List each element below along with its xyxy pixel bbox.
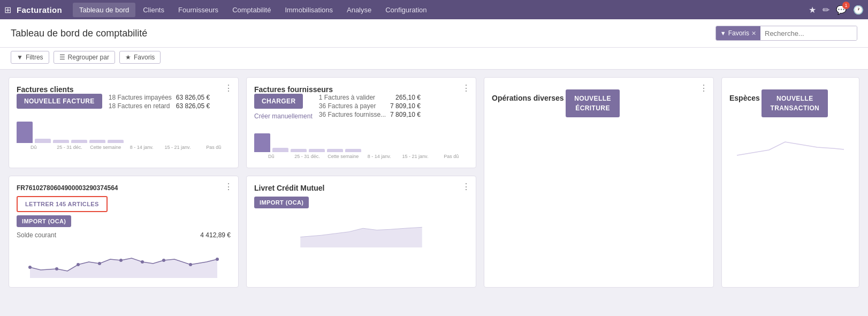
bank2-sparkline [254,213,468,247]
nav-item-fournisseurs[interactable]: Fournisseurs [172,3,225,17]
bank1-import-button[interactable]: IMPORT (OCA) [17,215,71,227]
bar-5 [89,140,105,143]
fchart-label-3: Cette semaine [326,154,360,159]
stat-label-1: 18 Factures impayées [109,94,172,101]
lettrer-button[interactable]: LETTRER 145 ARTICLES [17,196,108,212]
card-factures-clients: Factures clients ⋮ NOUVELLE FACTURE 18 F… [9,77,239,168]
chart-label-1: Dû [17,145,50,150]
solde-row: Solde courant 4 412,89 € [17,231,231,239]
nouvelle-ecriture-button[interactable]: NOUVELLE ÉCRITURE [566,89,620,117]
card-especes-title: Espèces [729,94,760,102]
favoris-button[interactable]: ★ Favoris [119,51,161,64]
fournisseur-stat-label-1: 1 Factures à valider [319,94,375,101]
filter-icon: ▼ [17,54,23,61]
svg-point-5 [119,259,123,262]
filter-tag: ▼ Favoris ✕ [716,26,760,40]
content-header: Tableau de bord de comptabilité ▼ Favori… [0,19,868,48]
fbar-6 [345,149,361,152]
card-especes: Espèces NOUVELLE TRANSACTION [721,77,859,288]
especes-chart [729,126,851,162]
charger-button[interactable]: CHARGER [254,94,303,109]
nav-item-tableau-de-bord[interactable]: Tableau de bord [73,3,135,17]
chat-badge: 1 [842,2,850,9]
clock-icon[interactable]: 🕐 [853,5,864,15]
bank2-import-button[interactable]: IMPORT (OCA) [254,197,309,208]
svg-point-9 [216,258,219,261]
factures-clients-chart: Dû 25 - 31 déc. Cette semaine 8 - 14 jan… [17,116,231,151]
bar-4 [71,140,87,143]
nav-item-analyse[interactable]: Analyse [340,3,378,17]
card-bank1-menu[interactable]: ⋮ [224,182,233,192]
especes-sparkline [729,126,851,161]
chart-label-3: Cette semaine [89,145,123,150]
bar-2 [35,139,51,143]
chat-icon[interactable]: 💬 1 [836,5,847,15]
nouvelle-transaction-button[interactable]: NOUVELLE TRANSACTION [762,89,828,117]
svg-point-3 [77,263,80,266]
solde-label: Solde courant [17,231,56,239]
card-factures-fournisseurs-menu[interactable]: ⋮ [462,83,470,93]
bar-1 [17,122,33,143]
card-factures-fournisseurs-title: Factures fournisseurs [254,85,333,94]
bar-3 [53,140,69,143]
card-factures-fournisseurs: Factures fournisseurs ⋮ CHARGER Créer ma… [246,77,476,168]
card-operations-title: Opérations diverses [492,94,564,102]
chart-label-5: 15 - 21 janv. [161,145,194,150]
search-input[interactable] [760,26,857,40]
stat-value-1: 63 826,05 € [176,94,210,101]
app-brand: Facturation [17,5,62,14]
fournisseur-stat-value-1: 265,10 € [395,94,421,101]
filter-tag-label: Favoris [728,29,749,37]
star-icon[interactable]: ★ [809,5,816,15]
card-bank2-title: Livret Crédit Mutuel [254,184,324,192]
group-icon: ☰ [59,54,65,61]
card-operations-menu[interactable]: ⋮ [699,83,708,93]
fournisseur-stat-value-3: 7 809,10 € [390,111,421,118]
nav-item-configuration[interactable]: Configuration [379,3,433,17]
card-bank1-title: FR76102780604900003290374564 [17,184,118,192]
fchart-label-1: Dû [254,154,288,159]
chart-label-4: 8 - 14 janv. [125,145,158,150]
bank1-sparkline [17,243,231,278]
fchart-label-4: 8 - 14 janv. [362,154,396,159]
star-icon: ★ [125,54,131,61]
top-nav: ⊞ Facturation Tableau de bord Clients Fo… [0,0,868,19]
card-operations-diverses: Opérations diverses ⋮ NOUVELLE ÉCRITURE [484,77,714,288]
search-bar: ▼ Favoris ✕ [715,26,857,41]
fchart-label-2: 25 - 31 déc. [290,154,324,159]
svg-point-7 [162,259,165,262]
fbar-4 [309,149,325,152]
creer-manuellement-link[interactable]: Créer manuellement [254,112,313,120]
card-bank2: Livret Crédit Mutuel ⋮ IMPORT (OCA) [246,176,476,288]
nav-right: ★ ✏ 💬 1 🕐 [809,5,864,15]
svg-marker-10 [300,227,422,247]
fbar-5 [327,149,343,152]
apps-icon[interactable]: ⊞ [4,5,11,15]
fournisseur-stat-label-2: 36 Factures à payer [319,102,376,110]
filter-close-icon[interactable]: ✕ [751,30,756,37]
nav-item-immobilisations[interactable]: Immobilisations [278,3,339,17]
svg-point-1 [28,266,32,269]
toolbar: ▼ Filtres ☰ Regrouper par ★ Favoris [0,48,868,70]
nav-item-comptabilite[interactable]: Comptabilité [226,3,277,17]
filter-icon: ▼ [720,30,726,36]
dashboard: Factures clients ⋮ NOUVELLE FACTURE 18 F… [0,70,868,295]
regrouper-button[interactable]: ☰ Regrouper par [54,51,115,64]
fbar-1 [254,133,270,152]
fchart-label-5: 15 - 21 janv. [398,154,432,159]
svg-point-8 [189,263,192,266]
solde-value: 4 412,89 € [200,231,231,239]
chart-label-2: 25 - 31 déc. [52,145,86,150]
nouvelle-facture-button[interactable]: NOUVELLE FACTURE [17,94,102,109]
chart-label-6: Pas dû [197,145,231,150]
nav-item-clients[interactable]: Clients [136,3,171,17]
card-bank2-menu[interactable]: ⋮ [462,182,470,192]
header-right: ▼ Favoris ✕ [715,26,857,41]
filtres-button[interactable]: ▼ Filtres [11,51,49,64]
fbar-2 [272,148,288,152]
card-factures-clients-menu[interactable]: ⋮ [224,83,233,93]
svg-point-6 [141,260,144,264]
edit-icon[interactable]: ✏ [823,5,829,15]
svg-point-4 [98,262,101,265]
fchart-label-6: Pas dû [435,154,468,159]
